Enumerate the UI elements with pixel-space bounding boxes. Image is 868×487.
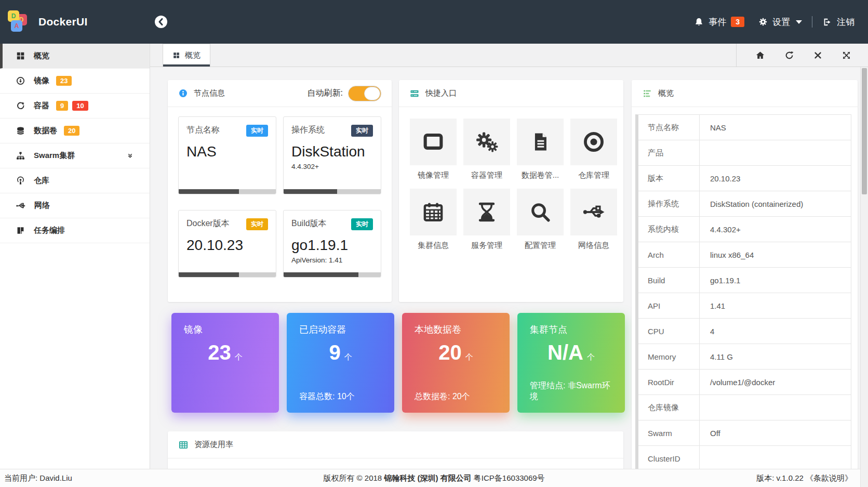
shortcut-registry[interactable]: 仓库管理	[570, 119, 617, 180]
progress-bar	[179, 272, 276, 277]
usb-icon	[582, 200, 606, 224]
table-row: RootDir/volume1/@docker	[638, 370, 851, 395]
shortcuts-panel: 快捷入口 镜像管理 容器管理 数据卷管...	[399, 80, 623, 302]
logout-button[interactable]: 注销	[822, 16, 854, 28]
cogs-icon	[475, 130, 499, 154]
close-icon[interactable]	[813, 51, 822, 60]
card-value: NAS	[186, 143, 268, 160]
terms-link[interactable]: 《条款说明》	[806, 473, 852, 482]
stat-title: 镜像	[184, 323, 266, 336]
sidebar-item-label: 仓库	[34, 176, 49, 186]
settings-label: 设置	[772, 16, 790, 28]
table-row: 系统内核4.4.302+	[638, 217, 851, 242]
version-info: 版本: v.1.0.22 《条款说明》	[645, 473, 868, 483]
auto-refresh-toggle[interactable]	[348, 86, 381, 101]
shortcut-containers[interactable]: 容器管理	[463, 119, 510, 180]
shortcut-networks[interactable]: 网络信息	[570, 189, 617, 251]
card-subtext: ApiVersion: 1.41	[291, 256, 373, 264]
stat-title: 集群节点	[530, 323, 612, 336]
shortcut-cluster[interactable]: 集群信息	[410, 189, 457, 251]
stat-card-images: 镜像 23个	[171, 313, 279, 413]
shortcut-volumes[interactable]: 数据卷管...	[517, 119, 564, 180]
server-icon	[409, 88, 420, 99]
auto-refresh-label: 自动刷新:	[308, 88, 343, 99]
overview-header: 概览	[632, 80, 858, 107]
scrollbar-thumb[interactable]	[862, 68, 867, 194]
compose-icon	[16, 226, 25, 235]
panel-title: 资源使用率	[194, 440, 233, 450]
sidebar-item-swarm[interactable]: Swarm集群	[0, 143, 150, 168]
chevron-down-icon	[796, 20, 802, 24]
docker-version-card: Docker版本 实时 20.10.23	[178, 210, 276, 278]
table-row: 版本20.10.23	[638, 166, 851, 191]
logo-square-blue: A	[11, 20, 22, 32]
grid-icon	[172, 51, 180, 59]
sidebar-item-compose[interactable]: 任务编排	[0, 218, 150, 243]
file-text-icon	[529, 130, 552, 153]
back-circle-icon[interactable]	[154, 15, 168, 29]
progress-bar	[284, 189, 381, 194]
sidebar-item-label: 网络	[34, 201, 50, 210]
gear-icon	[758, 17, 768, 27]
vertical-scrollbar[interactable]	[860, 67, 868, 487]
card-title: Build版本	[291, 218, 327, 229]
os-card: 操作系统 实时 DiskStation 4.4.302+	[283, 116, 381, 194]
logout-label: 注销	[837, 16, 854, 28]
table-row: ClusterID	[638, 446, 851, 469]
network-icon	[16, 201, 26, 211]
table-row: 节点名称NAS	[638, 115, 851, 140]
events-menu[interactable]: 事件 3	[694, 16, 744, 28]
shortcut-images[interactable]: 镜像管理	[410, 119, 457, 180]
stat-card-volumes: 本地数据卷 20个 总数据卷: 20个	[402, 313, 510, 413]
bullseye-icon	[582, 130, 606, 154]
sidebar-item-volumes[interactable]: 数据卷 20	[0, 119, 150, 143]
sidebar-item-registry[interactable]: 仓库	[0, 168, 150, 193]
current-user: 当前用户: David.Liu	[0, 473, 223, 483]
sidebar: 概览 镜像 23 容器 9 10 数据卷 20 Swarm集群	[0, 44, 150, 469]
shortcuts-header: 快捷入口	[399, 80, 623, 107]
sidebar-item-label: 镜像	[34, 76, 49, 86]
copyright: 版权所有 © 2018 锦翰科技 (深圳) 有限公司 粤ICP备16033069…	[223, 473, 645, 483]
tab-label: 概览	[185, 50, 201, 60]
shortcut-services[interactable]: 服务管理	[463, 189, 510, 251]
settings-menu[interactable]: 设置	[758, 16, 802, 28]
table-row: 仓库镜像	[638, 395, 851, 420]
calendar-icon	[422, 201, 445, 223]
sidebar-item-label: 概览	[34, 51, 49, 61]
sidebar-item-network[interactable]: 网络	[0, 193, 150, 218]
stat-title: 已启动容器	[299, 323, 382, 336]
stat-footer: 容器总数: 10个	[299, 391, 382, 402]
shortcut-tiles: 镜像管理 容器管理 数据卷管... 仓库管理	[399, 107, 623, 262]
sidebar-item-images[interactable]: 镜像 23	[0, 69, 150, 94]
table-row: Archlinux x86_64	[638, 242, 851, 268]
hourglass-icon	[475, 201, 498, 223]
table-row: 操作系统DiskStation (containerized)	[638, 191, 851, 217]
refresh-icon[interactable]	[784, 50, 794, 60]
top-navbar: D D A DockerUI 事件 3 设置 注销	[0, 0, 868, 44]
stat-cards-row: 镜像 23个 已启动容器 9个 容器总数: 10个 本地数据卷 20个 总数据卷…	[171, 313, 625, 413]
stat-title: 本地数据卷	[415, 323, 497, 336]
sidebar-item-overview[interactable]: 概览	[0, 44, 150, 69]
logout-icon	[822, 17, 832, 27]
home-icon[interactable]	[755, 50, 765, 60]
node-info-panel: 节点信息 自动刷新: 节点名称 实时 NAS 操作系统 实时 DiskSt	[168, 80, 392, 302]
node-name-card: 节点名称 实时 NAS	[178, 116, 276, 194]
expand-icon[interactable]	[842, 50, 851, 60]
progress-bar	[284, 272, 381, 277]
shortcut-configs[interactable]: 配置管理	[517, 189, 564, 251]
card-value: go1.19.1	[291, 237, 373, 254]
card-title: 操作系统	[291, 125, 325, 136]
sidebar-item-containers[interactable]: 容器 9 10	[0, 94, 150, 119]
panel-title: 节点信息	[194, 88, 225, 98]
sidebar-item-label: 数据卷	[34, 126, 57, 136]
realtime-badge: 实时	[246, 218, 268, 230]
stat-footer: 管理结点: 非Swarm环境	[530, 380, 612, 402]
realtime-badge: 实时	[351, 125, 373, 137]
card-value: DiskStation	[291, 143, 373, 160]
container-loop-icon	[16, 101, 25, 111]
volumes-count-badge: 20	[64, 126, 79, 136]
image-download-icon	[16, 76, 25, 86]
tab-overview[interactable]: 概览	[163, 44, 210, 67]
search-icon	[529, 201, 552, 223]
sidebar-item-label: 任务编排	[34, 226, 65, 235]
